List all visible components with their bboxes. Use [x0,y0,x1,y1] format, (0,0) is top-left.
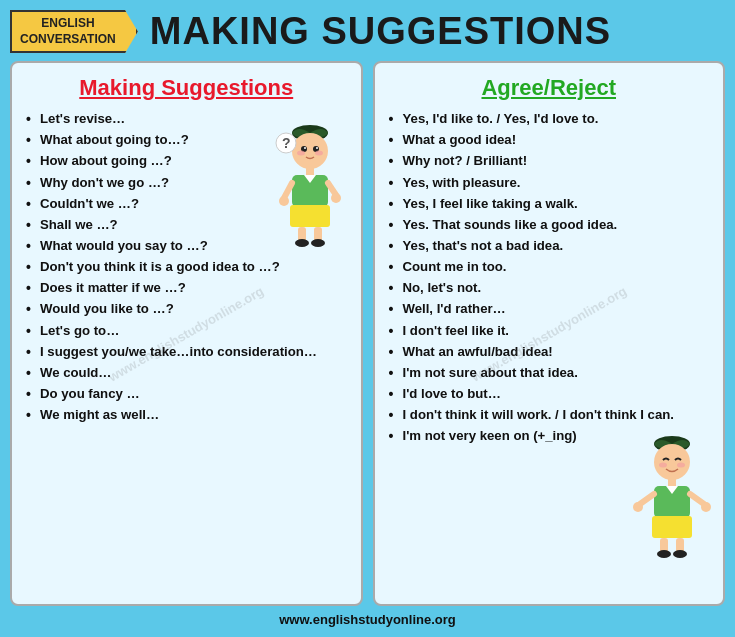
right-list-item: Why not? / Brilliant! [389,151,710,170]
svg-rect-9 [306,167,314,175]
right-list-item: What a good idea! [389,130,710,149]
svg-point-17 [279,196,289,206]
right-list-item: I don't feel like it. [389,321,710,340]
right-list-item: I'm not sure about that idea. [389,363,710,382]
right-list-item: Count me in too. [389,257,710,276]
right-list-item: Yes, with pleasure. [389,173,710,192]
right-bullet-list: Yes, I'd like to. / Yes, I'd love to.Wha… [389,109,710,445]
svg-point-15 [311,239,325,247]
svg-rect-27 [668,478,676,486]
content-area: Making Suggestions www.englishstudyonlin… [10,61,725,606]
svg-point-19 [331,193,341,203]
left-list-item: We could… [26,363,347,382]
right-list-item: Yes, I feel like taking a walk. [389,194,710,213]
svg-line-34 [640,494,654,504]
footer: www.englishstudyonline.org [279,612,455,627]
left-panel-title: Making Suggestions [26,75,347,101]
right-list-item: Yes, that's not a bad idea. [389,236,710,255]
svg-text:?: ? [282,135,291,151]
right-list-item: Well, I'd rather… [389,299,710,318]
svg-point-25 [659,463,667,468]
svg-point-8 [315,151,323,156]
right-list-item: I'd love to but… [389,384,710,403]
left-list-item: We might as well… [26,405,347,424]
svg-point-33 [673,550,687,558]
left-list-item: Would you like to …? [26,299,347,318]
svg-line-36 [690,494,704,504]
left-list-item: Let's go to… [26,321,347,340]
header: ENGLISH CONVERSATION MAKING SUGGESTIONS [10,10,725,53]
svg-rect-11 [290,205,330,227]
left-list-item: Do you fancy … [26,384,347,403]
girl-illustration-right [630,434,715,564]
svg-rect-29 [652,516,692,538]
right-panel: Agree/Reject www.englishstudyonline.org … [373,61,726,606]
left-panel: Making Suggestions www.englishstudyonlin… [10,61,363,606]
tag-box: ENGLISH CONVERSATION [10,10,138,53]
girl-illustration-left: ? [268,123,353,253]
svg-point-26 [677,463,685,468]
left-list-item: Does it matter if we …? [26,278,347,297]
right-list-item: Yes, I'd like to. / Yes, I'd love to. [389,109,710,128]
svg-point-37 [701,502,711,512]
right-panel-title: Agree/Reject [389,75,710,101]
right-list-item: Yes. That sounds like a good idea. [389,215,710,234]
svg-line-16 [284,183,292,198]
right-list-item: What an awful/bad idea! [389,342,710,361]
svg-point-14 [295,239,309,247]
svg-point-6 [316,147,318,149]
svg-point-5 [304,147,306,149]
svg-point-2 [292,133,328,169]
svg-point-32 [657,550,671,558]
main-title: MAKING SUGGESTIONS [150,10,611,53]
left-list-item: I suggest you/we take…into consideration… [26,342,347,361]
svg-point-7 [297,151,305,156]
svg-point-24 [654,444,690,480]
right-list-item: I don't think it will work. / I don't th… [389,405,710,424]
left-list-item: Don't you think it is a good idea to …? [26,257,347,276]
right-list-item: No, let's not. [389,278,710,297]
tag-line2: CONVERSATION [20,32,116,46]
svg-point-35 [633,502,643,512]
tag-line1: ENGLISH [41,16,94,30]
